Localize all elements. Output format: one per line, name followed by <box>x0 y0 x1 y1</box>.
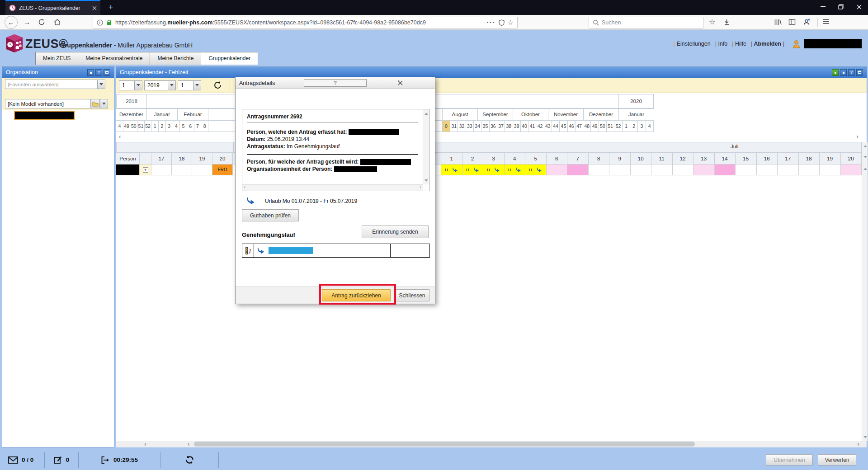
withdraw-request-button[interactable]: Antrag zurückziehen <box>322 289 391 301</box>
send-reminder-button[interactable]: Erinnerung senden <box>362 226 429 238</box>
new-tab-button[interactable]: + <box>105 2 117 14</box>
bookmark-star-icon[interactable]: ☆ <box>508 19 514 27</box>
reload-button[interactable] <box>38 19 45 26</box>
discard-button[interactable]: Verwerfen <box>818 454 856 465</box>
calendar-day-cell[interactable] <box>547 164 568 175</box>
search-input[interactable] <box>602 19 692 26</box>
calendar-day-cell[interactable] <box>757 164 778 175</box>
calendar-day-cell[interactable] <box>651 164 673 175</box>
expand-plus-button[interactable]: + <box>143 167 148 173</box>
calendar-day-cell[interactable] <box>192 164 212 175</box>
page-info-icon[interactable] <box>97 19 103 26</box>
page-actions-icon[interactable]: ··· <box>487 19 495 27</box>
period-select[interactable]: 2019 <box>144 80 176 90</box>
scroll-right-arrow[interactable]: › <box>144 440 146 447</box>
edits-status[interactable]: 0 <box>45 456 78 464</box>
scroll-left-arrow[interactable]: ‹ <box>188 440 190 447</box>
app-tab[interactable]: Meine Berichte <box>150 52 201 65</box>
model-select[interactable]: [Kein Modell vorhanden] <box>5 99 91 108</box>
period-select[interactable]: 1 <box>178 80 201 90</box>
calendar-day-cell[interactable] <box>778 164 799 175</box>
session-time-status[interactable]: 00:29:55 <box>79 456 160 464</box>
panel-legend-button[interactable] <box>832 69 839 76</box>
scroll-up-arrow[interactable] <box>863 165 868 172</box>
protection-shield-icon[interactable] <box>499 19 505 26</box>
period-select[interactable]: 1 <box>119 80 142 90</box>
app-tab[interactable]: Meine Personalzentrale <box>78 52 150 65</box>
scroll-right-arrow[interactable]: › <box>856 133 859 140</box>
bookmarks-star-button[interactable]: ☆ <box>709 18 715 26</box>
calendar-day-cell[interactable] <box>631 164 652 175</box>
scroll-right-arrow[interactable]: › <box>857 440 859 447</box>
https-lock-icon[interactable] <box>106 19 112 26</box>
header-menu-item[interactable]: Abmelden <box>749 41 787 47</box>
calendar-day-cell[interactable]: U... <box>441 164 462 175</box>
calendar-day-cell[interactable] <box>820 164 841 175</box>
scrollbar-thumb[interactable] <box>194 442 695 446</box>
scroll-down-arrow[interactable] <box>863 154 868 160</box>
dialog-help-button[interactable]: ? <box>304 79 367 87</box>
panel-help-button[interactable]: ? <box>848 69 855 76</box>
calendar-day-cell[interactable] <box>736 164 757 175</box>
panel-window-button[interactable] <box>856 69 863 76</box>
calendar-day-cell[interactable] <box>609 164 631 175</box>
calendar-day-cell[interactable] <box>715 164 736 175</box>
header-menu-item[interactable]: Hilfe <box>730 41 749 47</box>
calendar-day-cell[interactable]: FRO <box>212 164 233 175</box>
sidebar-toggle-icon[interactable] <box>788 19 796 25</box>
dialog-horizontal-scrollbar[interactable]: ‹› <box>242 184 423 191</box>
refresh-status-button[interactable] <box>160 455 218 465</box>
home-button[interactable] <box>53 19 61 26</box>
tab-close-icon[interactable] <box>92 6 97 10</box>
org-tree-selected-person-redacted[interactable] <box>14 111 75 120</box>
scroll-up-arrow[interactable] <box>863 143 868 149</box>
panel-window-button[interactable] <box>104 69 110 76</box>
dialog-close-icon[interactable] <box>369 79 431 87</box>
refresh-button[interactable] <box>209 80 226 91</box>
model-folder-button[interactable] <box>91 99 100 108</box>
account-icon[interactable] <box>803 19 810 26</box>
favorites-select[interactable]: [Favoriten auswählen] <box>5 80 97 89</box>
messages-status[interactable]: 0 / 0 <box>0 456 44 464</box>
calendar-day-cell[interactable] <box>589 164 610 175</box>
panel-pin-button[interactable] <box>840 69 847 76</box>
dialog-vertical-scrollbar[interactable] <box>423 109 429 184</box>
close-dialog-button[interactable]: Schliessen <box>395 289 429 301</box>
forward-button[interactable]: → <box>24 18 30 26</box>
window-restore-button[interactable] <box>832 0 850 14</box>
apply-button[interactable]: Übernehmen <box>766 454 813 465</box>
calendar-day-cell[interactable]: U... <box>505 164 526 175</box>
app-tab[interactable]: Mein ZEUS <box>35 52 78 65</box>
favorites-select-arrow[interactable] <box>97 80 105 89</box>
back-button[interactable]: ← <box>5 16 18 29</box>
calendar-day-cell[interactable] <box>567 164 589 175</box>
calendar-day-cell[interactable]: U... <box>483 164 505 175</box>
check-balance-button[interactable]: Guthaben prüfen <box>242 209 299 221</box>
app-tab[interactable]: Gruppenkalender <box>201 52 258 65</box>
person-name-redacted[interactable] <box>116 164 140 175</box>
scroll-left-arrow[interactable]: ‹ <box>119 133 121 140</box>
header-menu-item[interactable]: Info <box>713 41 730 47</box>
calendar-day-cell[interactable] <box>693 164 715 175</box>
calendar-day-cell[interactable] <box>841 164 862 175</box>
header-menu-item[interactable]: Einstellungen <box>671 41 713 47</box>
url-bar[interactable]: https://zeiterfassung.mueller-phs.com:55… <box>93 17 518 28</box>
library-icon[interactable] <box>774 19 782 26</box>
calendar-day-cell[interactable] <box>151 164 172 175</box>
panel-help-button[interactable]: ? <box>95 69 102 76</box>
panel-collapse-button[interactable] <box>87 69 94 76</box>
browser-tab[interactable]: ZEUS - Gruppenkalender <box>5 0 100 15</box>
scroll-down-arrow[interactable] <box>863 434 868 440</box>
vertical-scrollbar[interactable] <box>862 142 868 441</box>
menu-hamburger-icon[interactable] <box>823 19 830 24</box>
downloads-icon[interactable] <box>723 19 730 26</box>
calendar-day-cell[interactable] <box>172 164 192 175</box>
model-select-arrow[interactable] <box>100 99 108 108</box>
calendar-day-cell[interactable]: U... <box>525 164 547 175</box>
search-bar[interactable] <box>589 17 703 28</box>
horizontal-scrollbar[interactable]: › ‹ › <box>116 441 867 447</box>
approver-cell[interactable] <box>268 244 391 257</box>
window-minimize-button[interactable] <box>814 0 832 14</box>
calendar-day-cell[interactable]: U... <box>462 164 484 175</box>
window-close-button[interactable] <box>850 0 868 14</box>
